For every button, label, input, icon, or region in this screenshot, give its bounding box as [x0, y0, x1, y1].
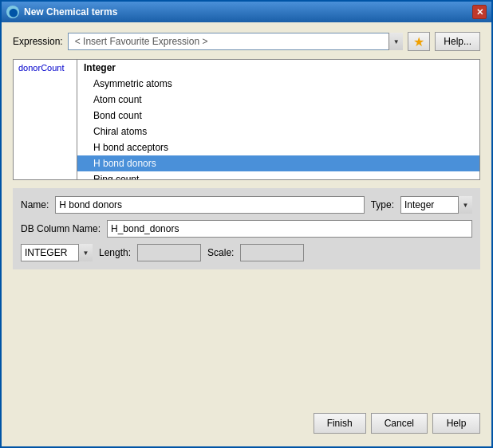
cancel-button[interactable]: Cancel: [371, 413, 428, 434]
favourite-button[interactable]: ★: [408, 32, 430, 51]
help-expression-button[interactable]: Help...: [435, 32, 480, 51]
dropdown-list: Integer Asymmetric atoms Atom count Bond…: [77, 60, 479, 179]
db-column-label: DB Column Name:: [21, 223, 101, 234]
window-title: New Chemical terms: [24, 6, 117, 18]
main-area: donorCount Integer Asymmetric atoms Atom…: [13, 59, 480, 180]
content-area: Expression: < Insert Favourite Expressio…: [2, 22, 491, 446]
expression-label: Expression:: [13, 36, 63, 47]
main-window: ⬤ New Chemical terms ✕ Expression: < Ins…: [0, 0, 493, 448]
title-bar: ⬤ New Chemical terms ✕: [2, 2, 491, 22]
scale-input[interactable]: [240, 244, 304, 261]
left-panel: donorCount: [13, 59, 77, 180]
help-button[interactable]: Help: [432, 413, 480, 434]
bottom-section: Name: Type: Integer Float String ▼ DB Co…: [13, 188, 480, 269]
dropdown-item-h-bond-acceptors[interactable]: H bond acceptors: [77, 140, 479, 155]
datatype-select[interactable]: INTEGER FLOAT VARCHAR: [21, 244, 93, 261]
expression-select[interactable]: < Insert Favourite Expression >: [68, 33, 404, 50]
db-column-row: DB Column Name:: [21, 220, 472, 238]
length-label: Length:: [99, 247, 131, 258]
dropdown-item-asymmetric-atoms[interactable]: Asymmetric atoms: [77, 76, 479, 92]
expression-row: Expression: < Insert Favourite Expressio…: [13, 32, 480, 51]
dropdown-item-bond-count[interactable]: Bond count: [77, 108, 479, 124]
dropdown-item-chiral-atoms[interactable]: Chiral atoms: [77, 124, 479, 140]
expression-select-wrapper: < Insert Favourite Expression > ▼: [68, 33, 404, 50]
dropdown-item-ring-count[interactable]: Ring count: [77, 171, 479, 179]
type-select[interactable]: Integer Float String: [400, 196, 472, 214]
finish-button[interactable]: Finish: [314, 413, 366, 434]
close-button[interactable]: ✕: [472, 5, 487, 19]
spacer: [13, 277, 480, 399]
dropdown-item-h-bond-donors[interactable]: H bond donors: [77, 155, 479, 171]
button-row: Finish Cancel Help: [13, 407, 480, 437]
name-type-row: Name: Type: Integer Float String ▼: [21, 196, 472, 214]
left-panel-item[interactable]: donorCount: [15, 61, 75, 74]
dropdown-item-atom-count[interactable]: Atom count: [77, 92, 479, 108]
dropdown-category-integer: Integer: [77, 60, 479, 76]
name-input[interactable]: [55, 196, 364, 214]
datatype-select-wrapper: INTEGER FLOAT VARCHAR ▼: [21, 244, 93, 261]
window-icon: ⬤: [6, 6, 19, 18]
scale-label: Scale:: [207, 247, 234, 258]
name-label: Name:: [21, 199, 49, 210]
title-bar-left: ⬤ New Chemical terms: [6, 6, 117, 18]
type-label: Type:: [371, 199, 394, 210]
datatype-row: INTEGER FLOAT VARCHAR ▼ Length: Scale:: [21, 244, 472, 261]
db-column-input[interactable]: [107, 220, 472, 238]
type-select-wrapper: Integer Float String ▼: [400, 196, 472, 214]
dropdown-panel: Integer Asymmetric atoms Atom count Bond…: [77, 59, 480, 180]
length-input[interactable]: [137, 244, 201, 261]
